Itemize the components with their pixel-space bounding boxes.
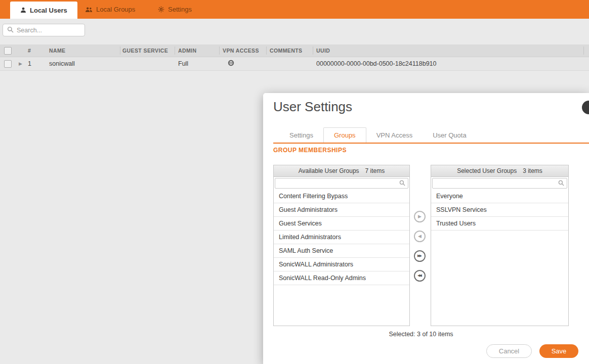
list-item[interactable]: SonicWALL Read-Only Admins (274, 271, 409, 285)
tab-user-quota[interactable]: User Quota (423, 127, 476, 143)
list-item[interactable]: Trusted Users (431, 217, 568, 231)
listbox-count: 3 items (523, 167, 542, 174)
column-guest-service[interactable]: GUEST SERVICE (122, 48, 168, 54)
close-icon[interactable] (582, 101, 589, 114)
list-item[interactable]: SSLVPN Services (431, 203, 568, 217)
tab-vpn-access[interactable]: VPN Access (366, 127, 423, 143)
tab-groups[interactable]: Groups (323, 127, 366, 143)
column-vpn-access[interactable]: VPN ACCESS (223, 48, 259, 54)
user-settings-dialog: User Settings Settings Groups VPN Access… (263, 93, 589, 364)
search-icon (7, 26, 14, 35)
users-icon (85, 7, 93, 13)
tab-settings[interactable]: Settings (279, 127, 323, 143)
selected-groups-search-input[interactable] (432, 178, 567, 189)
selected-groups-header: Selected User Groups 3 items (431, 165, 568, 177)
column-uuid[interactable]: UUID (316, 48, 330, 54)
move-left-button[interactable]: ◀ (414, 231, 426, 242)
save-button[interactable]: Save (539, 344, 578, 358)
column-divider (120, 47, 120, 55)
available-groups-listbox: Available User Groups 7 items Content Fi… (273, 165, 410, 326)
tab-local-groups[interactable]: Local Groups (85, 0, 135, 19)
selected-groups-listbox: Selected User Groups 3 items EveryoneSSL… (431, 165, 569, 326)
tab-local-users[interactable]: Local Users (10, 2, 77, 19)
column-divider (266, 47, 267, 55)
list-item[interactable]: Limited Administrators (274, 231, 409, 244)
table-search (3, 24, 85, 36)
row-checkbox[interactable] (4, 60, 12, 68)
row-name: sonicwall (49, 60, 75, 67)
selected-groups-search (431, 177, 568, 190)
search-icon (399, 179, 405, 188)
column-divider (175, 47, 175, 55)
tab-settings-top[interactable]: Settings (158, 0, 192, 19)
search-input[interactable] (17, 27, 80, 34)
table-row[interactable]: ▶ 1 sonicwall Full 00000000-0000-00bd-05… (0, 57, 589, 71)
vpn-access-icon (228, 59, 234, 68)
list-item[interactable]: Guest Services (274, 217, 409, 231)
section-title: GROUP MEMBERSHIPS (273, 147, 347, 154)
expand-row-icon[interactable]: ▶ (19, 61, 22, 66)
row-number: 1 (28, 60, 31, 67)
column-admin[interactable]: ADMIN (178, 48, 196, 54)
column-divider (583, 47, 584, 55)
search-icon (558, 179, 564, 188)
row-admin: Full (178, 60, 188, 67)
column-comments[interactable]: COMMENTS (270, 48, 302, 54)
gear-icon (158, 6, 164, 13)
listbox-title: Available User Groups (299, 167, 359, 174)
row-uuid: 00000000-0000-00bd-0500-18c24118b910 (316, 60, 436, 67)
column-name[interactable]: NAME (49, 48, 66, 54)
user-icon (20, 7, 26, 13)
list-item[interactable]: SAML Auth Service (274, 244, 409, 258)
available-groups-header: Available User Groups 7 items (274, 165, 409, 177)
column-divider (219, 47, 220, 55)
available-groups-search (274, 177, 409, 190)
move-all-left-button[interactable]: ◀◀ (414, 270, 426, 282)
dialog-title: User Settings (273, 99, 352, 115)
top-navigation-bar: Local Users Local Groups Settings (0, 0, 589, 19)
cancel-button[interactable]: Cancel (486, 344, 532, 358)
select-all-checkbox[interactable] (4, 47, 12, 55)
listbox-count: 7 items (365, 167, 385, 174)
list-item[interactable]: Guest Administrators (274, 203, 409, 217)
move-all-right-button[interactable]: ▶▶ (414, 250, 426, 262)
tab-label: Local Users (30, 7, 67, 14)
available-groups-list: Content Filtering BypassGuest Administra… (274, 190, 409, 326)
move-right-button[interactable]: ▶ (414, 211, 426, 222)
available-groups-search-input[interactable] (275, 178, 408, 189)
dialog-tabs: Settings Groups VPN Access User Quota (273, 127, 589, 144)
list-item[interactable]: Everyone (431, 190, 568, 203)
tab-label: Local Groups (96, 6, 135, 13)
column-number[interactable]: # (28, 48, 31, 54)
listbox-title: Selected User Groups (457, 167, 517, 174)
selected-groups-list: EveryoneSSLVPN ServicesTrusted Users (431, 190, 568, 326)
column-divider (313, 47, 313, 55)
tab-label: Settings (168, 6, 192, 13)
table-header: # NAME GUEST SERVICE ADMIN VPN ACCESS CO… (0, 44, 589, 57)
list-item[interactable]: SonicWALL Administrators (274, 258, 409, 271)
selection-summary: Selected: 3 of 10 items (273, 331, 569, 338)
list-item[interactable]: Content Filtering Bypass (274, 190, 409, 203)
